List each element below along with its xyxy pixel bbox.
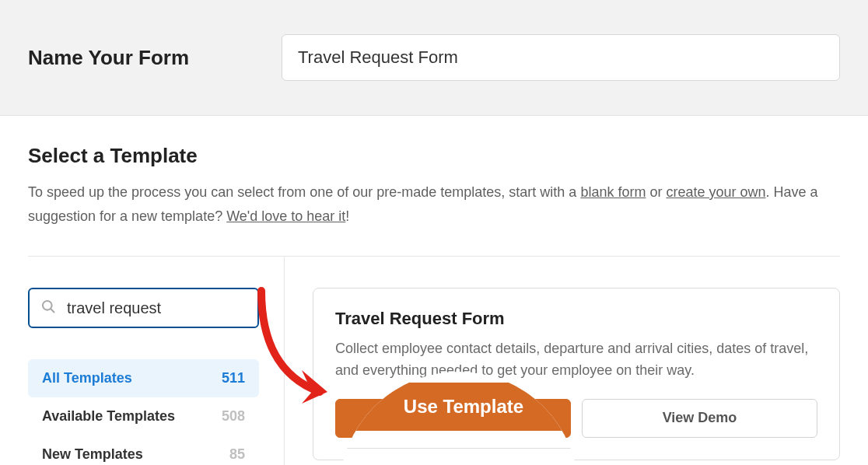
template-card-actions: Use Template View Demo [335,399,817,438]
category-label: Available Templates [42,408,175,425]
view-demo-button[interactable]: View Demo [582,399,817,438]
category-label: All Templates [42,370,132,386]
category-count: 85 [229,446,245,463]
blank-form-link[interactable]: blank form [580,184,646,200]
category-count: 511 [222,370,245,386]
template-search-input[interactable] [28,288,259,328]
name-form-label: Name Your Form [28,46,254,70]
svg-line-1 [51,309,54,313]
category-available-templates[interactable]: Available Templates 508 [28,397,259,435]
desc-text-2: or [646,184,666,200]
template-sidebar: All Templates 511 Available Templates 50… [28,257,285,465]
template-card-title: Travel Request Form [335,309,817,329]
template-section: Select a Template To speed up the proces… [0,116,868,465]
category-count: 508 [222,408,245,425]
category-label: New Templates [42,446,143,463]
template-content: Travel Request Form Collect employee con… [285,257,840,465]
create-your-own-link[interactable]: create your own [666,184,765,200]
desc-text-1: To speed up the process you can select f… [28,184,580,200]
feedback-link[interactable]: We'd love to hear it [226,208,345,224]
category-all-templates[interactable]: All Templates 511 [28,359,259,397]
category-new-templates[interactable]: New Templates 85 [28,435,259,465]
select-template-title: Select a Template [28,144,840,168]
template-description: To speed up the process you can select f… [28,180,840,228]
desc-text-4: ! [345,208,349,224]
name-section: Name Your Form [0,0,868,116]
template-card-description: Collect employee contact details, depart… [335,338,817,382]
form-name-input[interactable] [282,34,840,81]
template-card: Travel Request Form Collect employee con… [313,288,840,460]
template-split: All Templates 511 Available Templates 50… [28,256,840,465]
category-list: All Templates 511 Available Templates 50… [28,359,259,465]
use-template-button[interactable]: Use Template [335,399,571,438]
search-icon [40,299,56,317]
search-wrap [28,288,259,328]
